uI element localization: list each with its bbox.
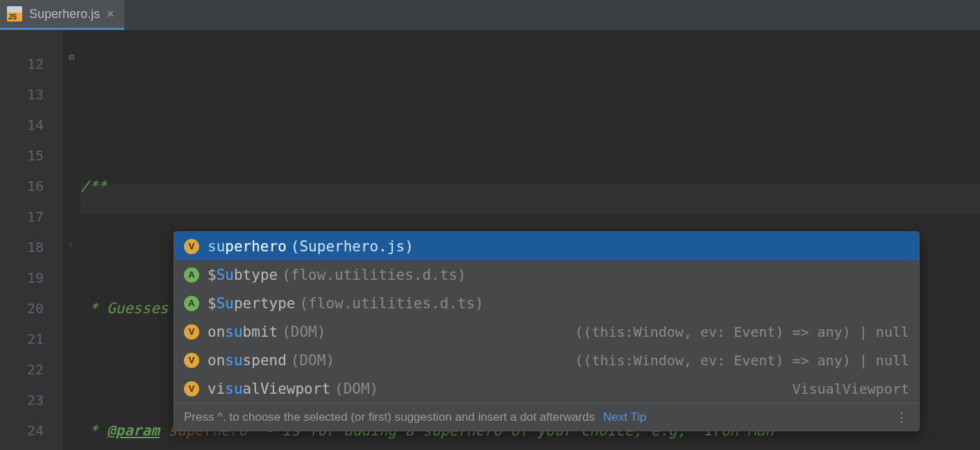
completion-label: onsuspend (DOM) — [208, 352, 335, 369]
completion-type: ((this:Window, ev: Event) => any) | null — [575, 324, 909, 340]
close-icon[interactable]: × — [107, 7, 115, 22]
variable-badge-icon: V — [184, 239, 199, 254]
jsdoc-tag: @param — [107, 422, 160, 439]
variable-badge-icon: V — [184, 381, 199, 397]
tab-bar: JS Superhero.js × — [0, 0, 980, 31]
current-line-highlight — [81, 183, 980, 214]
completion-hint: Press ^. to choose the selected (or firs… — [184, 410, 595, 424]
line-number: 13 — [0, 79, 44, 110]
variable-badge-icon: V — [184, 353, 199, 368]
line-number: 16 — [0, 171, 44, 201]
line-number: 22 — [0, 354, 44, 385]
fold-start-icon[interactable]: ⊟ — [62, 51, 81, 62]
completion-label: onsubmit (DOM) — [208, 324, 326, 340]
completion-label: visualViewport (DOM) — [208, 381, 378, 397]
alias-badge-icon: A — [184, 296, 199, 311]
line-number: 21 — [0, 324, 44, 354]
completion-item[interactable]: A$Subtype (flow.utilities.d.ts) — [174, 260, 919, 289]
completion-label: $Subtype (flow.utilities.d.ts) — [208, 267, 466, 283]
line-number: 18 — [0, 232, 44, 262]
tab-filename: Superhero.js — [29, 7, 100, 22]
completion-popup: Vsuperhero (Superhero.js)A$Subtype (flow… — [174, 231, 920, 431]
line-number: 19 — [0, 262, 44, 293]
line-number: 17 — [0, 201, 44, 232]
editor-tab[interactable]: JS Superhero.js × — [0, 0, 124, 30]
line-number: 23 — [0, 385, 44, 415]
line-number: 24 — [0, 415, 44, 446]
code-text: * — [81, 300, 107, 317]
completion-item[interactable]: A$Supertype (flow.utilities.d.ts) — [174, 289, 919, 317]
editor: 12131415161718192021222324 ⊟ ⌞ /** * Gue… — [0, 31, 980, 450]
alias-badge-icon: A — [184, 267, 199, 283]
completion-footer: Press ^. to choose the selected (or firs… — [174, 403, 919, 431]
line-number: 15 — [0, 140, 44, 171]
completion-item[interactable]: Vsuperhero (Superhero.js) — [174, 232, 919, 260]
variable-badge-icon: V — [184, 324, 199, 340]
next-tip-link[interactable]: Next Tip — [603, 410, 646, 424]
js-file-icon: JS — [7, 6, 22, 22]
completion-type: VisualViewport — [792, 381, 909, 397]
code-text: /** — [81, 178, 107, 194]
completion-item[interactable]: VvisualViewport (DOM)VisualViewport — [174, 374, 919, 403]
completion-label: superhero (Superhero.js) — [208, 238, 414, 255]
completion-label: $Supertype (flow.utilities.d.ts) — [208, 295, 484, 312]
line-number: 12 — [0, 49, 44, 79]
completion-item[interactable]: Vonsubmit (DOM)((this:Window, ev: Event)… — [174, 317, 919, 346]
line-number-gutter: 12131415161718192021222324 — [0, 31, 62, 450]
completion-type: ((this:Window, ev: Event) => any) | null — [575, 352, 909, 369]
fold-end-icon[interactable]: ⌞ — [62, 236, 81, 247]
code-text: * — [81, 422, 107, 439]
fold-column: ⊟ ⌞ — [62, 31, 81, 450]
kebab-menu-icon[interactable]: ⋮ — [895, 410, 909, 425]
line-number: 14 — [0, 110, 44, 140]
completion-item[interactable]: Vonsuspend (DOM)((this:Window, ev: Event… — [174, 346, 919, 374]
line-number: 20 — [0, 293, 44, 324]
